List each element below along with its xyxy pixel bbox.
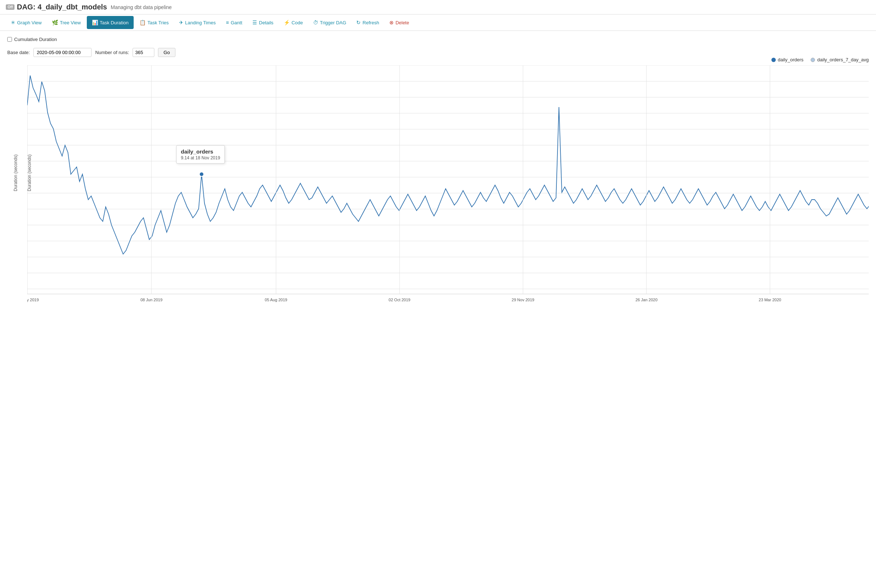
dag-description: Managing dbt data pipeline	[111, 4, 172, 10]
graph-icon: ✳	[11, 20, 15, 26]
base-date-input[interactable]	[33, 48, 92, 57]
gantt-icon: ≡	[226, 20, 229, 26]
tasktries-icon: 📋	[140, 20, 146, 26]
base-date-row: Base date: Number of runs: Go	[7, 48, 869, 57]
base-date-label: Base date:	[7, 50, 30, 55]
svg-text:08 Jun 2019: 08 Jun 2019	[141, 298, 163, 302]
controls-row: Cumulative Duration	[7, 37, 869, 42]
chart-svg: 12.17 12.00 11.50 11.00 10.50 10.00 9.50…	[27, 65, 869, 305]
dag-status-badge: Off	[6, 4, 15, 10]
top-bar: Off DAG: 4_daily_dbt_models Managing dbt…	[0, 0, 876, 15]
tab-code[interactable]: ⚡ Code	[279, 16, 308, 29]
tab-task-duration[interactable]: 📊 Task Duration	[87, 16, 134, 29]
legend-dot-7day-avg	[811, 58, 815, 62]
svg-text:11 May 2019: 11 May 2019	[27, 298, 39, 302]
chart-svg-area: 12.17 12.00 11.50 11.00 10.50 10.00 9.50…	[27, 65, 869, 312]
chart-wrap: Duration (seconds)	[7, 65, 869, 312]
barchart-icon: 📊	[92, 20, 98, 26]
cumulative-label: Cumulative Duration	[7, 37, 57, 42]
runs-input[interactable]	[132, 48, 154, 57]
dag-prefix: DAG:	[17, 3, 35, 11]
legend-item-7day-avg: daily_orders_7_day_avg	[811, 57, 869, 62]
tab-refresh[interactable]: ↻ Refresh	[351, 16, 384, 29]
nav-tabs: ✳ Graph View 🌿 Tree View 📊 Task Duration…	[0, 15, 876, 31]
refresh-icon: ↻	[356, 20, 361, 26]
code-icon: ⚡	[284, 20, 290, 26]
runs-label: Number of runs:	[95, 50, 129, 55]
svg-text:29 Nov 2019: 29 Nov 2019	[512, 298, 534, 302]
legend-label-daily-orders: daily_orders	[778, 57, 804, 62]
y-axis-label-abs: Duration (seconds)	[27, 154, 32, 191]
legend-item-daily-orders: daily_orders	[771, 57, 804, 62]
landing-icon: ✈	[179, 20, 183, 26]
svg-text:02 Oct 2019: 02 Oct 2019	[389, 298, 410, 302]
details-icon: ☰	[252, 20, 257, 26]
tab-graph-view[interactable]: ✳ Graph View	[6, 16, 47, 29]
svg-text:23 Mar 2020: 23 Mar 2020	[759, 298, 781, 302]
tab-details[interactable]: ☰ Details	[247, 16, 279, 29]
svg-text:05 Aug 2019: 05 Aug 2019	[265, 298, 287, 302]
tab-delete[interactable]: ⊗ Delete	[384, 16, 415, 29]
tab-tree-view[interactable]: 🌿 Tree View	[47, 16, 86, 29]
y-axis: Duration (seconds)	[7, 65, 27, 312]
go-button[interactable]: Go	[158, 48, 175, 57]
tab-landing-times[interactable]: ✈ Landing Times	[174, 16, 221, 29]
dag-name: 4_daily_dbt_models	[38, 3, 107, 11]
content-area: Cumulative Duration Base date: Number of…	[0, 31, 876, 333]
y-axis-label: Duration (seconds)	[13, 154, 18, 191]
tab-trigger-dag[interactable]: ⏱ Trigger DAG	[308, 16, 351, 29]
delete-icon: ⊗	[389, 20, 394, 26]
chart-container: Duration (seconds)	[7, 65, 869, 327]
chart-legend: daily_orders daily_orders_7_day_avg	[7, 57, 869, 62]
tab-gantt[interactable]: ≡ Gantt	[221, 16, 247, 29]
svg-text:26 Jan 2020: 26 Jan 2020	[636, 298, 658, 302]
legend-dot-daily-orders	[771, 58, 776, 62]
tooltip-dot	[199, 172, 204, 176]
trigger-icon: ⏱	[313, 20, 318, 26]
cumulative-checkbox[interactable]	[7, 37, 12, 42]
legend-label-7day-avg: daily_orders_7_day_avg	[817, 57, 869, 62]
tree-icon: 🌿	[52, 20, 58, 26]
tab-task-tries[interactable]: 📋 Task Tries	[134, 16, 174, 29]
